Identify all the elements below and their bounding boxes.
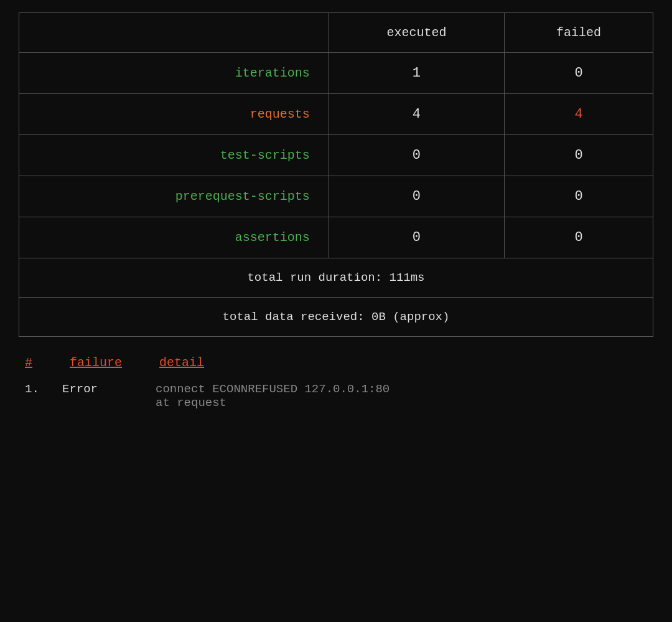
row-failed: 0: [504, 217, 653, 258]
failure-row: 1.Errorconnect ECONNREFUSED 127.0.0.1:80…: [19, 382, 653, 410]
row-failed: 4: [504, 94, 653, 135]
row-failed: 0: [504, 176, 653, 217]
row-failed: 0: [504, 135, 653, 176]
failures-detail-label: detail: [159, 356, 204, 370]
row-label: prerequest-scripts: [19, 176, 329, 217]
failures-header: # failure detail: [19, 356, 653, 370]
footer-data: total data received: 0B (approx): [19, 298, 653, 337]
header-failed: failed: [504, 13, 653, 53]
row-label: iterations: [19, 53, 329, 94]
row-executed: 0: [329, 176, 504, 217]
failure-number: 1.: [25, 382, 44, 410]
failure-type: Error: [62, 382, 137, 410]
failure-detail: connect ECONNREFUSED 127.0.0.1:80at requ…: [156, 382, 390, 410]
row-executed: 1: [329, 53, 504, 94]
row-executed: 0: [329, 135, 504, 176]
row-label: test-scripts: [19, 135, 329, 176]
failures-hash-label: #: [25, 356, 32, 370]
row-executed: 0: [329, 217, 504, 258]
footer-duration: total run duration: 111ms: [19, 258, 653, 298]
row-executed: 4: [329, 94, 504, 135]
row-label: requests: [19, 94, 329, 135]
header-executed: executed: [329, 13, 504, 53]
failures-failure-label: failure: [70, 356, 122, 370]
row-failed: 0: [504, 53, 653, 94]
header-label: [19, 13, 329, 53]
failures-section: # failure detail 1.Errorconnect ECONNREF…: [19, 356, 653, 410]
row-label: assertions: [19, 217, 329, 258]
stats-table: executed failed iterations10requests44te…: [19, 12, 653, 337]
